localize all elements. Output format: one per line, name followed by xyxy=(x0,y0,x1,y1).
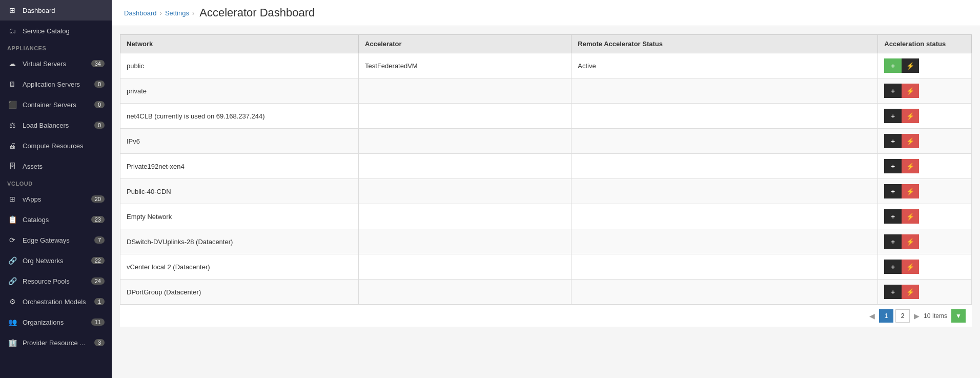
catalogs-badge: 23 xyxy=(91,216,105,223)
sidebar-item-vapps[interactable]: ⊞ vApps 20 xyxy=(0,189,112,209)
load-balancers-icon: ⚖ xyxy=(7,120,17,130)
cell-accel-status: +⚡ xyxy=(878,78,972,104)
sidebar-item-container-servers[interactable]: ⬛ Container Servers 0 xyxy=(0,94,112,115)
sidebar-item-service-catalog[interactable]: 🗂 Service Catalog xyxy=(0,21,112,41)
toggle-off-btn[interactable]: ⚡ xyxy=(902,234,919,249)
col-header-remote-status: Remote Accelerator Status xyxy=(571,35,878,53)
breadcrumb: Dashboard › Settings › xyxy=(124,9,194,17)
toggle-off-btn[interactable]: ⚡ xyxy=(902,58,919,73)
page-btn-1[interactable]: 1 xyxy=(879,309,893,323)
toggle-off-btn[interactable]: ⚡ xyxy=(902,109,919,123)
sidebar-resource-pools-label: Resource Pools xyxy=(23,277,91,285)
toggle-off-btn[interactable]: ⚡ xyxy=(902,285,919,299)
toggle-on-btn[interactable]: + xyxy=(884,209,902,224)
container-servers-icon: ⬛ xyxy=(7,100,17,110)
toggle-on-btn[interactable]: + xyxy=(884,184,902,198)
cell-accel-status: +⚡ xyxy=(878,204,972,229)
breadcrumb-settings[interactable]: Settings xyxy=(165,9,189,17)
cell-network: private xyxy=(120,78,359,104)
cell-accel-status: +⚡ xyxy=(878,254,972,280)
toggle-off-btn[interactable]: ⚡ xyxy=(902,84,919,98)
main-content: Dashboard › Settings › Accelerator Dashb… xyxy=(112,0,980,378)
items-label: 10 Items xyxy=(924,312,947,320)
page-title: Accelerator Dashboard xyxy=(199,6,315,19)
toggle-off-btn[interactable]: ⚡ xyxy=(902,209,919,224)
toggle-group: +⚡ xyxy=(884,159,965,173)
page-next-icon[interactable]: ▶ xyxy=(912,311,922,321)
col-header-accel-status: Acceleration status xyxy=(878,35,972,53)
cell-remote-status xyxy=(571,280,878,305)
cell-accelerator xyxy=(359,229,571,254)
sidebar-catalogs-label: Catalogs xyxy=(23,216,91,224)
sidebar-assets-label: Assets xyxy=(23,163,105,170)
cell-network: DSwitch-DVUplinks-28 (Datacenter) xyxy=(120,229,359,254)
toggle-on-btn[interactable]: + xyxy=(884,134,902,148)
table-row: Empty Network+⚡ xyxy=(120,204,972,229)
toggle-group: +⚡ xyxy=(884,260,965,274)
dashboard-icon: ⊞ xyxy=(7,5,17,15)
breadcrumb-dashboard[interactable]: Dashboard xyxy=(124,9,157,17)
edge-gateways-badge: 7 xyxy=(94,236,105,244)
toggle-on-btn[interactable]: + xyxy=(884,58,902,73)
sidebar-service-catalog-label: Service Catalog xyxy=(23,27,105,35)
toggle-off-btn[interactable]: ⚡ xyxy=(902,134,919,148)
table-row: Private192net-xen4+⚡ xyxy=(120,154,972,179)
cell-network: Public-40-CDN xyxy=(120,179,359,204)
sidebar-item-catalogs[interactable]: 📋 Catalogs 23 xyxy=(0,209,112,230)
application-servers-badge: 0 xyxy=(94,81,105,88)
sidebar-item-orchestration-models[interactable]: ⚙ Orchestration Models 1 xyxy=(0,291,112,312)
cell-accelerator xyxy=(359,154,571,179)
toggle-on-btn[interactable]: + xyxy=(884,84,902,98)
cell-network: net4CLB (currently is used on 69.168.237… xyxy=(120,104,359,129)
content-area: Network Accelerator Remote Accelerator S… xyxy=(112,26,980,378)
page-prev-icon[interactable]: ◀ xyxy=(867,311,877,321)
cell-network: vCenter local 2 (Datacenter) xyxy=(120,254,359,280)
toggle-on-btn[interactable]: + xyxy=(884,285,902,299)
toggle-group: +⚡ xyxy=(884,234,965,249)
sidebar-item-organizations[interactable]: 👥 Organizations 11 xyxy=(0,312,112,332)
sidebar-item-edge-gateways[interactable]: ⟳ Edge Gateways 7 xyxy=(0,230,112,250)
sidebar-item-application-servers[interactable]: 🖥 Application Servers 0 xyxy=(0,74,112,94)
virtual-servers-badge: 34 xyxy=(91,60,105,67)
table-row: vCenter local 2 (Datacenter)+⚡ xyxy=(120,254,972,280)
cell-accel-status: +⚡ xyxy=(878,53,972,78)
sidebar-item-resource-pools[interactable]: 🔗 Resource Pools 24 xyxy=(0,271,112,291)
sidebar-item-dashboard[interactable]: ⊞ Dashboard xyxy=(0,0,112,21)
sidebar-item-load-balancers[interactable]: ⚖ Load Balancers 0 xyxy=(0,115,112,135)
toggle-off-btn[interactable]: ⚡ xyxy=(902,184,919,198)
toggle-group: +⚡ xyxy=(884,58,965,73)
toggle-on-btn[interactable]: + xyxy=(884,109,902,123)
cell-accel-status: +⚡ xyxy=(878,280,972,305)
sidebar-item-assets[interactable]: 🗄 Assets xyxy=(0,156,112,176)
sidebar-provider-resource-label: Provider Resource ... xyxy=(23,339,94,347)
toggle-on-btn[interactable]: + xyxy=(884,260,902,274)
sidebar-item-virtual-servers[interactable]: ☁ Virtual Servers 34 xyxy=(0,53,112,74)
sidebar: ⊞ Dashboard 🗂 Service Catalog APPLIANCES… xyxy=(0,0,112,378)
org-networks-badge: 22 xyxy=(91,257,105,264)
table-row: DPortGroup (Datacenter)+⚡ xyxy=(120,280,972,305)
resource-pools-badge: 24 xyxy=(91,277,105,285)
toggle-on-btn[interactable]: + xyxy=(884,159,902,173)
edge-gateways-icon: ⟳ xyxy=(7,235,17,245)
sidebar-item-compute-resources[interactable]: 🖨 Compute Resources xyxy=(0,135,112,156)
cell-remote-status xyxy=(571,154,878,179)
items-dropdown-btn[interactable]: ▼ xyxy=(951,309,966,323)
toggle-on-btn[interactable]: + xyxy=(884,234,902,249)
cell-accelerator xyxy=(359,179,571,204)
sidebar-item-org-networks[interactable]: 🔗 Org Networks 22 xyxy=(0,250,112,271)
orchestration-models-badge: 1 xyxy=(94,298,105,305)
application-servers-icon: 🖥 xyxy=(7,79,17,89)
org-networks-icon: 🔗 xyxy=(7,255,17,266)
cell-remote-status xyxy=(571,179,878,204)
toggle-off-btn[interactable]: ⚡ xyxy=(902,260,919,274)
toggle-off-btn[interactable]: ⚡ xyxy=(902,159,919,173)
sidebar-compute-resources-label: Compute Resources xyxy=(23,142,105,150)
page-btn-2[interactable]: 2 xyxy=(895,309,910,323)
sidebar-item-provider-resource[interactable]: 🏢 Provider Resource ... 3 xyxy=(0,332,112,353)
toggle-group: +⚡ xyxy=(884,109,965,123)
vapps-icon: ⊞ xyxy=(7,194,17,204)
sidebar-section-appliances: APPLIANCES xyxy=(0,41,112,53)
cell-network: IPv6 xyxy=(120,129,359,154)
sidebar-edge-gateways-label: Edge Gateways xyxy=(23,236,94,244)
organizations-badge: 11 xyxy=(91,319,105,326)
